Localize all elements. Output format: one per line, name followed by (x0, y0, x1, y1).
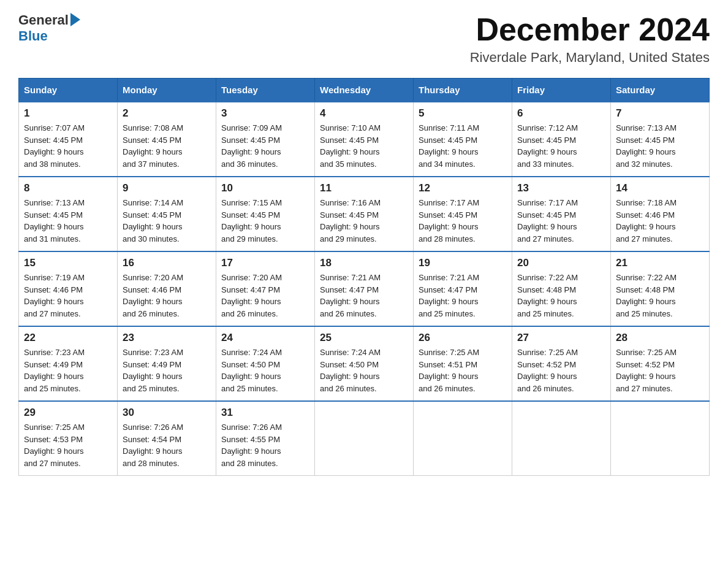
calendar-day-cell: 15 Sunrise: 7:19 AM Sunset: 4:46 PM Dayl… (19, 251, 118, 326)
calendar-day-cell: 6 Sunrise: 7:12 AM Sunset: 4:45 PM Dayli… (512, 102, 611, 177)
day-number: 7 (616, 107, 704, 120)
day-info: Sunrise: 7:16 AM Sunset: 4:45 PM Dayligh… (320, 197, 408, 245)
calendar-day-cell: 9 Sunrise: 7:14 AM Sunset: 4:45 PM Dayli… (118, 177, 216, 251)
logo-arrow-icon (70, 13, 80, 26)
day-number: 11 (320, 182, 408, 194)
calendar-day-cell: 18 Sunrise: 7:21 AM Sunset: 4:47 PM Dayl… (315, 251, 414, 326)
day-info: Sunrise: 7:15 AM Sunset: 4:45 PM Dayligh… (221, 197, 309, 245)
calendar-day-cell: 21 Sunrise: 7:22 AM Sunset: 4:48 PM Dayl… (611, 251, 710, 326)
calendar-day-cell: 7 Sunrise: 7:13 AM Sunset: 4:45 PM Dayli… (611, 102, 710, 177)
day-number: 5 (419, 107, 507, 120)
day-number: 28 (616, 332, 704, 344)
calendar-day-cell: 29 Sunrise: 7:25 AM Sunset: 4:53 PM Dayl… (19, 401, 118, 476)
day-number: 26 (419, 332, 507, 344)
day-info: Sunrise: 7:10 AM Sunset: 4:45 PM Dayligh… (320, 122, 408, 170)
day-info: Sunrise: 7:25 AM Sunset: 4:53 PM Dayligh… (24, 421, 112, 469)
calendar-day-header: Wednesday (315, 79, 414, 102)
calendar-day-cell: 30 Sunrise: 7:26 AM Sunset: 4:54 PM Dayl… (118, 401, 216, 476)
day-info: Sunrise: 7:25 AM Sunset: 4:51 PM Dayligh… (419, 347, 507, 394)
day-info: Sunrise: 7:12 AM Sunset: 4:45 PM Dayligh… (517, 122, 605, 170)
day-info: Sunrise: 7:11 AM Sunset: 4:45 PM Dayligh… (419, 122, 507, 170)
calendar-day-cell: 14 Sunrise: 7:18 AM Sunset: 4:46 PM Dayl… (611, 177, 710, 251)
day-info: Sunrise: 7:13 AM Sunset: 4:45 PM Dayligh… (24, 197, 112, 245)
day-number: 4 (320, 107, 408, 120)
day-number: 12 (419, 182, 507, 194)
location-title: Riverdale Park, Maryland, United States (470, 50, 710, 66)
calendar-day-cell (512, 401, 611, 476)
day-info: Sunrise: 7:22 AM Sunset: 4:48 PM Dayligh… (616, 272, 704, 320)
day-number: 17 (221, 257, 309, 269)
day-info: Sunrise: 7:26 AM Sunset: 4:55 PM Dayligh… (221, 421, 309, 469)
calendar-week-row: 22 Sunrise: 7:23 AM Sunset: 4:49 PM Dayl… (19, 326, 710, 401)
day-number: 6 (517, 107, 605, 120)
logo: General Blue (18, 12, 80, 44)
day-info: Sunrise: 7:07 AM Sunset: 4:45 PM Dayligh… (24, 122, 112, 170)
day-info: Sunrise: 7:21 AM Sunset: 4:47 PM Dayligh… (419, 272, 507, 320)
month-title: December 2024 (470, 12, 710, 47)
day-info: Sunrise: 7:13 AM Sunset: 4:45 PM Dayligh… (616, 122, 704, 170)
calendar-day-cell: 25 Sunrise: 7:24 AM Sunset: 4:50 PM Dayl… (315, 326, 414, 401)
calendar-day-cell (315, 401, 414, 476)
title-section: December 2024 Riverdale Park, Maryland, … (470, 12, 710, 66)
day-number: 2 (123, 107, 211, 120)
day-number: 30 (123, 407, 211, 419)
calendar-day-cell: 1 Sunrise: 7:07 AM Sunset: 4:45 PM Dayli… (19, 102, 118, 177)
day-info: Sunrise: 7:09 AM Sunset: 4:45 PM Dayligh… (221, 122, 309, 170)
day-number: 9 (123, 182, 211, 194)
day-info: Sunrise: 7:18 AM Sunset: 4:46 PM Dayligh… (616, 197, 704, 245)
day-info: Sunrise: 7:23 AM Sunset: 4:49 PM Dayligh… (24, 347, 112, 394)
calendar-day-header: Thursday (414, 79, 512, 102)
day-number: 25 (320, 332, 408, 344)
calendar-day-cell: 11 Sunrise: 7:16 AM Sunset: 4:45 PM Dayl… (315, 177, 414, 251)
day-info: Sunrise: 7:22 AM Sunset: 4:48 PM Dayligh… (517, 272, 605, 320)
day-info: Sunrise: 7:17 AM Sunset: 4:45 PM Dayligh… (517, 197, 605, 245)
calendar-day-cell: 4 Sunrise: 7:10 AM Sunset: 4:45 PM Dayli… (315, 102, 414, 177)
logo-general-text: General (18, 12, 69, 28)
calendar-week-row: 15 Sunrise: 7:19 AM Sunset: 4:46 PM Dayl… (19, 251, 710, 326)
day-number: 15 (24, 257, 112, 269)
day-number: 16 (123, 257, 211, 269)
day-number: 8 (24, 182, 112, 194)
day-number: 20 (517, 257, 605, 269)
calendar-day-cell (611, 401, 710, 476)
calendar-day-cell: 23 Sunrise: 7:23 AM Sunset: 4:49 PM Dayl… (118, 326, 216, 401)
day-number: 22 (24, 332, 112, 344)
calendar-day-cell: 12 Sunrise: 7:17 AM Sunset: 4:45 PM Dayl… (414, 177, 512, 251)
day-number: 3 (221, 107, 309, 120)
calendar-day-cell: 26 Sunrise: 7:25 AM Sunset: 4:51 PM Dayl… (414, 326, 512, 401)
day-info: Sunrise: 7:20 AM Sunset: 4:46 PM Dayligh… (123, 272, 211, 320)
calendar-day-header: Monday (118, 79, 216, 102)
calendar-day-cell: 17 Sunrise: 7:20 AM Sunset: 4:47 PM Dayl… (216, 251, 315, 326)
day-info: Sunrise: 7:25 AM Sunset: 4:52 PM Dayligh… (517, 347, 605, 394)
calendar-day-cell (414, 401, 512, 476)
day-info: Sunrise: 7:21 AM Sunset: 4:47 PM Dayligh… (320, 272, 408, 320)
calendar-week-row: 1 Sunrise: 7:07 AM Sunset: 4:45 PM Dayli… (19, 102, 710, 177)
day-info: Sunrise: 7:19 AM Sunset: 4:46 PM Dayligh… (24, 272, 112, 320)
day-number: 13 (517, 182, 605, 194)
day-info: Sunrise: 7:20 AM Sunset: 4:47 PM Dayligh… (221, 272, 309, 320)
calendar-table: SundayMondayTuesdayWednesdayThursdayFrid… (18, 78, 710, 476)
calendar-day-cell: 28 Sunrise: 7:25 AM Sunset: 4:52 PM Dayl… (611, 326, 710, 401)
day-info: Sunrise: 7:23 AM Sunset: 4:49 PM Dayligh… (123, 347, 211, 394)
calendar-day-cell: 22 Sunrise: 7:23 AM Sunset: 4:49 PM Dayl… (19, 326, 118, 401)
day-info: Sunrise: 7:26 AM Sunset: 4:54 PM Dayligh… (123, 421, 211, 469)
day-number: 10 (221, 182, 309, 194)
day-info: Sunrise: 7:14 AM Sunset: 4:45 PM Dayligh… (123, 197, 211, 245)
calendar-day-cell: 20 Sunrise: 7:22 AM Sunset: 4:48 PM Dayl… (512, 251, 611, 326)
day-number: 19 (419, 257, 507, 269)
day-number: 29 (24, 407, 112, 419)
day-number: 1 (24, 107, 112, 120)
calendar-day-cell: 13 Sunrise: 7:17 AM Sunset: 4:45 PM Dayl… (512, 177, 611, 251)
calendar-day-header: Saturday (611, 79, 710, 102)
day-number: 31 (221, 407, 309, 419)
day-number: 27 (517, 332, 605, 344)
calendar-day-cell: 10 Sunrise: 7:15 AM Sunset: 4:45 PM Dayl… (216, 177, 315, 251)
day-number: 14 (616, 182, 704, 194)
day-info: Sunrise: 7:24 AM Sunset: 4:50 PM Dayligh… (221, 347, 309, 394)
calendar-week-row: 8 Sunrise: 7:13 AM Sunset: 4:45 PM Dayli… (19, 177, 710, 251)
day-info: Sunrise: 7:17 AM Sunset: 4:45 PM Dayligh… (419, 197, 507, 245)
day-number: 24 (221, 332, 309, 344)
logo-blue-text: Blue (18, 28, 48, 44)
calendar-day-cell: 27 Sunrise: 7:25 AM Sunset: 4:52 PM Dayl… (512, 326, 611, 401)
calendar-day-cell: 2 Sunrise: 7:08 AM Sunset: 4:45 PM Dayli… (118, 102, 216, 177)
